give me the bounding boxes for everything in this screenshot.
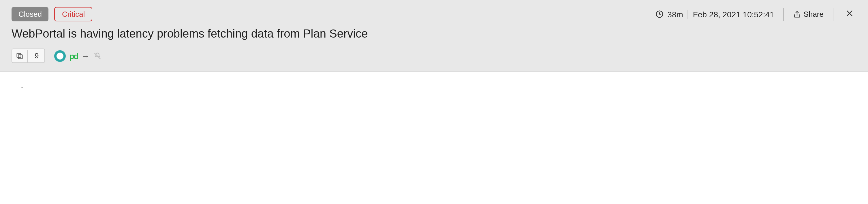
header-top-row: Closed Critical 38m Feb 28, 2021 10:52:4…	[11, 7, 857, 21]
header-pills: Closed Critical	[11, 7, 92, 21]
arrow-right-icon: →	[82, 51, 90, 60]
severity-pill: Critical	[55, 7, 92, 21]
add-card-button[interactable]	[822, 87, 831, 88]
pagerduty-icon[interactable]: pd	[69, 51, 78, 60]
chevron-up-icon	[839, 87, 847, 88]
event-count-value: 9	[32, 49, 44, 62]
event-count-badge[interactable]: 9	[11, 49, 45, 63]
separator	[783, 8, 784, 21]
share-icon	[793, 10, 801, 18]
clock-icon	[655, 10, 664, 19]
issue-body: Issue summary Analysis summary	[0, 72, 868, 88]
separator	[833, 8, 833, 21]
issue-summary-header: Issue summary	[21, 85, 847, 88]
share-button[interactable]: Share	[793, 10, 824, 19]
status-pill: Closed	[11, 7, 49, 21]
svg-rect-2	[18, 54, 22, 58]
share-label: Share	[804, 10, 824, 19]
events-icon	[12, 49, 28, 62]
svg-rect-1	[17, 53, 21, 57]
collapse-toggle[interactable]	[839, 87, 847, 88]
integration-flow: pd →	[54, 50, 102, 61]
section-actions	[822, 87, 847, 88]
notification-disabled-icon[interactable]	[93, 51, 102, 60]
duration-display: 38m	[655, 9, 683, 19]
duration-value: 38m	[667, 9, 683, 19]
close-icon	[845, 8, 854, 18]
section-title: Issue summary	[21, 85, 92, 88]
close-button[interactable]	[843, 7, 857, 21]
timestamp: Feb 28, 2021 10:52:41	[688, 9, 774, 19]
source-circle-icon[interactable]	[54, 50, 66, 61]
issue-title: WebPortal is having latency problems fet…	[11, 27, 857, 41]
header-tools-row: 9 pd →	[11, 49, 857, 63]
header-right-controls: 38m Feb 28, 2021 10:52:41 Share	[655, 7, 857, 21]
issue-header-bar: Closed Critical 38m Feb 28, 2021 10:52:4…	[0, 0, 868, 72]
